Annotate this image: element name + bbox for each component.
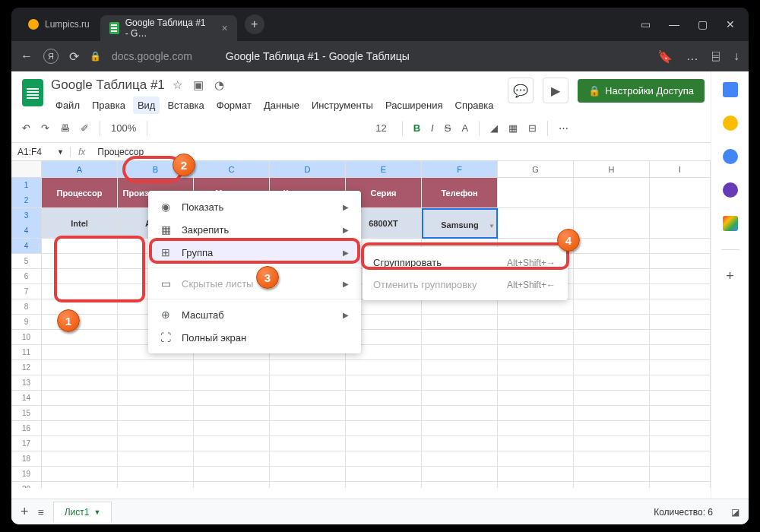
cell[interactable]: [422, 330, 498, 345]
add-addon-button[interactable]: +: [726, 268, 734, 284]
meet-button[interactable]: ▶: [543, 78, 568, 103]
cell[interactable]: [270, 451, 346, 467]
reload-button[interactable]: ⟳: [69, 49, 79, 64]
cell[interactable]: [574, 482, 650, 488]
row-header[interactable]: 18: [11, 451, 42, 467]
menu-extensions[interactable]: Расширения: [381, 97, 448, 114]
cell[interactable]: [194, 375, 270, 391]
cell[interactable]: [650, 254, 711, 269]
cell[interactable]: [118, 360, 194, 375]
bold-button[interactable]: B: [413, 122, 420, 134]
cell[interactable]: [270, 482, 346, 488]
cell[interactable]: [42, 299, 118, 315]
cell[interactable]: [498, 421, 574, 436]
url-host[interactable]: docs.google.com: [112, 50, 192, 62]
col-header[interactable]: G: [498, 161, 574, 177]
print-button[interactable]: 🖶: [60, 122, 70, 134]
comments-button[interactable]: 💬: [508, 78, 534, 103]
cell[interactable]: [650, 239, 711, 254]
cell[interactable]: [194, 451, 270, 467]
cell[interactable]: [650, 269, 711, 284]
star-icon[interactable]: ☆: [173, 78, 182, 92]
new-tab-button[interactable]: +: [245, 14, 264, 34]
cell[interactable]: [422, 315, 498, 330]
row-header[interactable]: 15: [11, 406, 42, 421]
cell[interactable]: [574, 254, 650, 269]
cell[interactable]: [422, 406, 498, 421]
col-header[interactable]: A: [42, 161, 118, 177]
cell[interactable]: [346, 391, 422, 406]
merge-button[interactable]: ⊟: [528, 122, 537, 134]
cloud-status-icon[interactable]: ◔: [214, 78, 224, 92]
cell[interactable]: [270, 360, 346, 375]
row-header[interactable]: 10: [11, 330, 42, 345]
maps-icon[interactable]: [723, 216, 738, 231]
cell[interactable]: [346, 406, 422, 421]
cell[interactable]: [194, 436, 270, 451]
cell[interactable]: [42, 345, 118, 360]
extensions-icon[interactable]: ⌸: [712, 49, 720, 63]
tab-sheets[interactable]: Google Таблица #1 - G… ×: [100, 15, 237, 41]
cell[interactable]: [194, 406, 270, 421]
cell[interactable]: [270, 391, 346, 406]
close-tab-icon[interactable]: ×: [222, 22, 228, 34]
text-color-button[interactable]: A: [461, 122, 468, 134]
cell[interactable]: [422, 299, 498, 315]
menu-item-zoom[interactable]: ⊕ Масштаб ▶: [148, 303, 361, 326]
contacts-icon[interactable]: [723, 182, 738, 198]
cell[interactable]: [498, 451, 574, 467]
cell[interactable]: [498, 299, 574, 315]
cell[interactable]: [42, 421, 118, 436]
cell[interactable]: [650, 391, 711, 406]
cell[interactable]: [346, 360, 422, 375]
menu-view[interactable]: Вид: [133, 97, 160, 114]
font-size-input[interactable]: 12: [371, 121, 391, 135]
cell[interactable]: [422, 436, 498, 451]
redo-button[interactable]: ↷: [41, 122, 49, 134]
cell[interactable]: [422, 391, 498, 406]
name-box[interactable]: A1:F4▼: [11, 147, 71, 157]
cell[interactable]: [574, 360, 650, 375]
cell[interactable]: [194, 391, 270, 406]
row-header[interactable]: 11: [11, 345, 42, 360]
tab-lumpics[interactable]: Lumpics.ru: [17, 11, 100, 37]
row-header[interactable]: 5: [11, 254, 42, 269]
cell[interactable]: [42, 451, 118, 467]
cell[interactable]: [194, 467, 270, 482]
cell[interactable]: [574, 451, 650, 467]
col-header[interactable]: I: [650, 161, 711, 177]
cell[interactable]: [118, 391, 194, 406]
cell[interactable]: [650, 375, 711, 391]
cell[interactable]: [574, 239, 650, 254]
cell[interactable]: [422, 467, 498, 482]
col-header[interactable]: F: [422, 161, 498, 177]
cell[interactable]: [346, 451, 422, 467]
cell[interactable]: [270, 436, 346, 451]
cell[interactable]: [498, 345, 574, 360]
more-toolbar-button[interactable]: ⋯: [559, 122, 568, 134]
col-header[interactable]: C: [194, 161, 270, 177]
cell[interactable]: [270, 375, 346, 391]
cell[interactable]: [42, 269, 118, 284]
cell[interactable]: [42, 436, 118, 451]
cell[interactable]: [194, 421, 270, 436]
col-header[interactable]: H: [574, 161, 650, 177]
menu-help[interactable]: Справка: [451, 97, 499, 114]
cell[interactable]: [650, 360, 711, 375]
row-header[interactable]: 4: [11, 239, 42, 254]
menu-data[interactable]: Данные: [259, 97, 304, 114]
keep-icon[interactable]: [723, 116, 738, 131]
cell[interactable]: [574, 330, 650, 345]
maximize-button[interactable]: ▢: [698, 18, 708, 30]
row-header[interactable]: 13: [11, 375, 42, 391]
cell[interactable]: [118, 406, 194, 421]
minimize-button[interactable]: —: [669, 18, 679, 30]
cell[interactable]: [118, 451, 194, 467]
menu-edit[interactable]: Правка: [87, 97, 130, 114]
yandex-icon[interactable]: Я: [43, 49, 59, 64]
cell[interactable]: [574, 436, 650, 451]
cell[interactable]: [498, 178, 574, 208]
cell[interactable]: [346, 482, 422, 488]
document-title[interactable]: Google Таблица #1: [51, 78, 165, 93]
cell[interactable]: [422, 375, 498, 391]
